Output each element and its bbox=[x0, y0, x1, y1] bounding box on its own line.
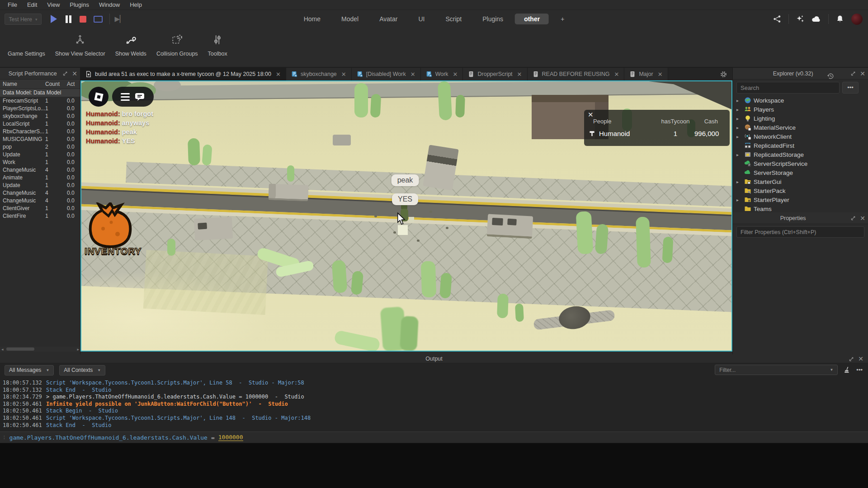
ribbon-tool-button[interactable]: Show View Selector bbox=[50, 28, 110, 57]
assistant-sparkle-icon[interactable] bbox=[796, 14, 805, 23]
command-bar[interactable]: ⁞ game.Players.ThatOneOffHumanoid_6.lead… bbox=[0, 432, 868, 443]
tree-item[interactable]: ▸ Workspace bbox=[733, 96, 868, 105]
float-panel-icon[interactable] bbox=[850, 70, 856, 76]
ribbon-tool-button[interactable]: Toolbox bbox=[203, 28, 232, 57]
horizontal-scrollbar[interactable]: ◂ ▸ bbox=[0, 347, 80, 352]
pause-button[interactable] bbox=[63, 14, 73, 23]
ribbon-tab[interactable]: Avatar bbox=[370, 14, 406, 24]
output-log[interactable]: 18:00:57.132 Script 'Workspace.Tycoons.T… bbox=[0, 377, 868, 429]
ribbon-tab[interactable]: other bbox=[515, 14, 549, 24]
tree-item[interactable]: ▸ MaterialService bbox=[733, 123, 868, 132]
document-tab[interactable]: READ BEFORE REUSING ✕ bbox=[528, 68, 625, 80]
close-icon[interactable]: ✕ bbox=[860, 70, 865, 77]
tree-item[interactable]: ▸ Teams bbox=[733, 204, 868, 212]
document-tab[interactable]: [Disabled] Work ✕ bbox=[352, 68, 421, 80]
avatar[interactable] bbox=[851, 14, 863, 25]
tree-item[interactable]: ▸ StarterPlayer bbox=[733, 195, 868, 204]
inventory-button[interactable]: INVENTORY bbox=[85, 202, 141, 260]
table-section-row[interactable]: Data Model: Data Model bbox=[0, 89, 80, 97]
expand-arrow-icon[interactable]: ▸ bbox=[736, 116, 742, 121]
device-selector-dropdown[interactable]: Test Here▾ bbox=[5, 14, 42, 25]
float-panel-icon[interactable] bbox=[849, 356, 854, 362]
explorer-more-button[interactable]: ••• bbox=[842, 82, 859, 94]
tree-item[interactable]: ▸ StarterGui bbox=[733, 177, 868, 186]
tab-settings-gear-icon[interactable] bbox=[720, 70, 727, 78]
tree-item[interactable]: ▸ StarterPack bbox=[733, 186, 868, 195]
document-tab[interactable]: DropperScript ✕ bbox=[463, 68, 527, 80]
tab-close-icon[interactable]: ✕ bbox=[658, 71, 663, 78]
ribbon-tool-button[interactable]: Game Settings bbox=[3, 28, 50, 57]
table-row[interactable]: ChangeMusic 4 0.0 bbox=[0, 166, 80, 174]
document-tab[interactable]: skyboxchange ✕ bbox=[286, 68, 352, 80]
expand-arrow-icon[interactable]: ▸ bbox=[736, 107, 742, 112]
table-row[interactable]: Update 1 0.0 bbox=[0, 181, 80, 189]
scroll-left-icon[interactable]: ◂ bbox=[0, 347, 5, 352]
tab-close-icon[interactable]: ✕ bbox=[517, 71, 522, 78]
col-name[interactable]: Name bbox=[0, 81, 45, 87]
expand-arrow-icon[interactable]: ▸ bbox=[736, 98, 742, 103]
tab-close-icon[interactable]: ✕ bbox=[410, 71, 415, 78]
hamburger-menu-icon[interactable] bbox=[121, 93, 130, 101]
chat-toggle-icon[interactable] bbox=[134, 92, 145, 101]
tab-close-icon[interactable]: ✕ bbox=[453, 71, 458, 78]
document-tab[interactable]: build area 51 as exec to make a x-treme … bbox=[80, 68, 286, 80]
tree-item[interactable]: ▸ ReplicatedStorage bbox=[733, 150, 868, 159]
contexts-filter-dropdown[interactable]: All Contexts▼ bbox=[59, 365, 105, 375]
cloud-icon[interactable] bbox=[811, 15, 821, 23]
search-history-icon[interactable] bbox=[827, 72, 835, 80]
table-row[interactable]: PlayerScriptsLo... 1 0.0 bbox=[0, 104, 80, 112]
viewport-size-button[interactable] bbox=[93, 14, 103, 23]
col-activity[interactable]: Act bbox=[67, 81, 80, 87]
table-row[interactable]: ClientGiver 1 0.0 bbox=[0, 204, 80, 212]
messages-filter-dropdown[interactable]: All Messages▼ bbox=[5, 365, 54, 375]
menu-item[interactable]: View bbox=[42, 0, 65, 9]
expand-arrow-icon[interactable]: ▸ bbox=[736, 134, 742, 139]
expand-arrow-icon[interactable]: ▸ bbox=[736, 125, 742, 130]
drag-grip-icon[interactable]: ⁞ bbox=[0, 435, 9, 441]
document-tab[interactable]: Major ✕ bbox=[624, 68, 668, 80]
ribbon-tab[interactable]: + bbox=[552, 14, 573, 24]
table-row[interactable]: MUSICGAMING 1 0.0 bbox=[0, 135, 80, 143]
tab-close-icon[interactable]: ✕ bbox=[614, 71, 619, 78]
table-row[interactable]: Work 1 0.0 bbox=[0, 158, 80, 166]
menu-item[interactable]: Plugins bbox=[65, 0, 94, 9]
close-icon[interactable]: ✕ bbox=[72, 70, 77, 77]
table-row[interactable]: Animate 1 0.0 bbox=[0, 174, 80, 181]
tree-item[interactable]: ▸ Players bbox=[733, 105, 868, 114]
menu-item[interactable]: Edit bbox=[22, 0, 42, 9]
table-row[interactable]: pop 2 0.0 bbox=[0, 143, 80, 150]
float-panel-icon[interactable] bbox=[62, 70, 68, 76]
stop-button[interactable] bbox=[78, 14, 88, 23]
menu-item[interactable]: Help bbox=[125, 0, 147, 9]
menu-item[interactable]: Window bbox=[94, 0, 125, 9]
tree-item[interactable]: ▸ ServerStorage bbox=[733, 168, 868, 177]
table-row[interactable]: ChangeMusic 4 0.0 bbox=[0, 189, 80, 197]
roblox-menu-button[interactable] bbox=[89, 87, 108, 107]
table-row[interactable]: LocalScript 1 0.0 bbox=[0, 120, 80, 127]
ribbon-tab[interactable]: Script bbox=[436, 14, 471, 24]
ribbon-tab[interactable]: UI bbox=[409, 14, 434, 24]
game-viewport[interactable]: Humanoid: bro forgot Humanoid: anyways H… bbox=[80, 80, 732, 352]
game-topbar-pill[interactable] bbox=[112, 87, 154, 107]
table-row[interactable]: RbxCharacterS... 1 0.0 bbox=[0, 127, 80, 135]
step-button[interactable]: ▶▏ bbox=[115, 14, 125, 23]
expand-arrow-icon[interactable]: ▸ bbox=[736, 152, 742, 157]
scrollbar-thumb[interactable] bbox=[6, 347, 34, 351]
float-panel-icon[interactable] bbox=[850, 215, 856, 221]
ribbon-tool-button[interactable]: Show Welds bbox=[110, 28, 151, 57]
ribbon-tab[interactable]: Plugins bbox=[473, 14, 512, 24]
tab-close-icon[interactable]: ✕ bbox=[341, 71, 346, 78]
tree-item[interactable]: ▸ NetworkClient bbox=[733, 132, 868, 141]
ribbon-tab[interactable]: Model bbox=[332, 14, 368, 24]
output-more-button[interactable]: ••• bbox=[856, 366, 863, 373]
table-row[interactable]: ChangeMusic 4 0.0 bbox=[0, 197, 80, 204]
menu-item[interactable]: File bbox=[3, 0, 22, 9]
explorer-search-input[interactable] bbox=[736, 82, 840, 94]
notifications-bell-icon[interactable] bbox=[835, 14, 844, 23]
scroll-right-icon[interactable]: ▸ bbox=[75, 347, 80, 352]
close-icon[interactable]: ✕ bbox=[860, 215, 865, 221]
play-button[interactable] bbox=[49, 14, 59, 23]
document-tab[interactable]: Work ✕ bbox=[421, 68, 463, 80]
tree-item[interactable]: ▸ ReplicatedFirst bbox=[733, 141, 868, 150]
tab-close-icon[interactable]: ✕ bbox=[276, 71, 281, 78]
